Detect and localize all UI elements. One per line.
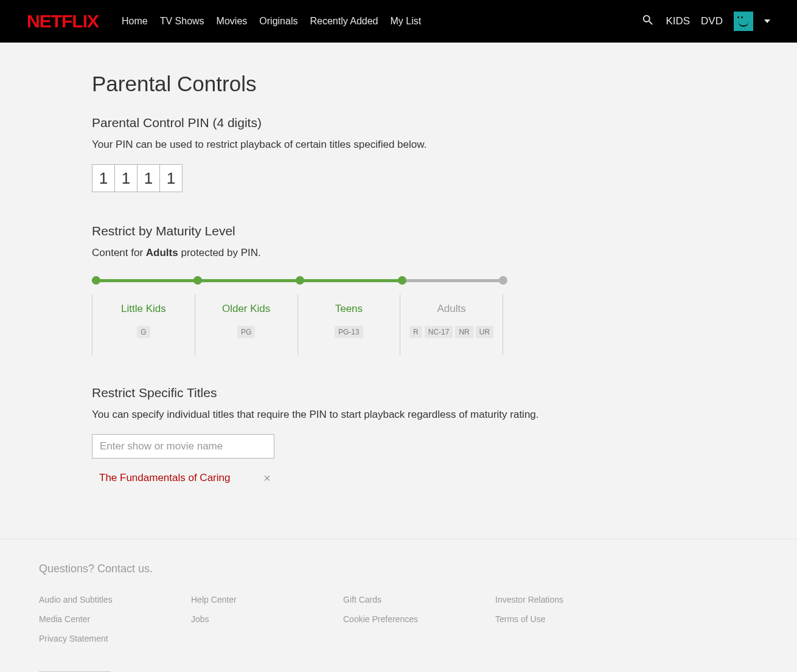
maturity-desc-bold: Adults	[146, 247, 178, 258]
rating-tag: R	[409, 326, 422, 338]
search-icon[interactable]	[641, 13, 655, 29]
maturity-desc-prefix: Content for	[92, 247, 146, 258]
pin-heading: Parental Control PIN (4 digits)	[92, 116, 705, 130]
profile-caret-icon[interactable]	[764, 19, 770, 23]
restricted-title-name: The Fundamentals of Caring	[99, 472, 230, 484]
slider-track-active	[92, 279, 402, 282]
header: NETFLIX Home TV Shows Movies Originals R…	[0, 0, 797, 43]
nav-movies[interactable]: Movies	[217, 16, 248, 27]
remove-title-icon[interactable]: ×	[263, 472, 271, 484]
footer-links: Audio and Subtitles Help Center Gift Car…	[39, 595, 758, 643]
category-little-kids[interactable]: Little Kids G	[92, 294, 195, 355]
footer-link-jobs[interactable]: Jobs	[191, 614, 343, 624]
slider-node-older-kids[interactable]	[193, 276, 202, 285]
footer-link-gift-cards[interactable]: Gift Cards	[343, 595, 495, 604]
rating-tag: UR	[476, 326, 493, 338]
slider-node-adults[interactable]	[398, 276, 406, 285]
header-right: KIDS DVD	[641, 12, 770, 31]
ratings: G	[96, 326, 191, 338]
rating-tag: NC-17	[425, 326, 453, 338]
nav-home[interactable]: Home	[122, 16, 148, 27]
maturity-categories: Little Kids G Older Kids PG Teens PG-13 …	[92, 294, 503, 355]
titles-heading: Restrict Specific Titles	[92, 386, 705, 400]
nav-tv-shows[interactable]: TV Shows	[160, 16, 204, 27]
category-label: Adults	[404, 303, 499, 315]
nav-my-list[interactable]: My List	[391, 16, 422, 27]
pin-input-group: 1 1 1 1	[92, 164, 705, 192]
footer-link-investor[interactable]: Investor Relations	[495, 595, 647, 604]
slider-node-teens[interactable]	[296, 276, 304, 285]
rating-tag: NR	[455, 326, 473, 338]
restricted-title-row: The Fundamentals of Caring ×	[92, 472, 274, 484]
profile-avatar[interactable]	[734, 12, 753, 31]
rating-tag: PG	[237, 326, 255, 338]
category-label: Older Kids	[199, 303, 294, 315]
ratings: PG	[199, 326, 294, 338]
maturity-description: Content for Adults protected by PIN.	[92, 247, 705, 259]
maturity-heading: Restrict by Maturity Level	[92, 224, 705, 238]
footer-link-terms[interactable]: Terms of Use	[495, 614, 647, 624]
dvd-link[interactable]: DVD	[701, 15, 723, 27]
category-teens[interactable]: Teens PG-13	[298, 294, 400, 355]
nav-recently-added[interactable]: Recently Added	[310, 16, 378, 27]
kids-link[interactable]: KIDS	[666, 15, 690, 27]
pin-digit-2[interactable]: 1	[114, 164, 137, 192]
category-adults[interactable]: Adults R NC-17 NR UR	[400, 294, 503, 355]
nav-originals[interactable]: Originals	[259, 16, 298, 27]
category-older-kids[interactable]: Older Kids PG	[195, 294, 298, 355]
slider-node-end[interactable]	[499, 276, 507, 285]
pin-description: Your PIN can be used to restrict playbac…	[92, 139, 705, 151]
footer-link-cookie[interactable]: Cookie Preferences	[343, 614, 495, 624]
pin-digit-1[interactable]: 1	[92, 164, 115, 192]
footer-link-media-center[interactable]: Media Center	[39, 614, 191, 624]
category-label: Teens	[302, 303, 397, 315]
pin-digit-4[interactable]: 1	[159, 164, 183, 192]
footer-link-privacy[interactable]: Privacy Statement	[39, 634, 191, 643]
netflix-logo[interactable]: NETFLIX	[27, 11, 99, 32]
footer: Questions? Contact us. Audio and Subtitl…	[0, 539, 797, 672]
footer-link-help-center[interactable]: Help Center	[191, 595, 343, 604]
maturity-desc-suffix: protected by PIN.	[178, 247, 261, 258]
slider-node-little-kids[interactable]	[92, 276, 100, 285]
ratings: R NC-17 NR UR	[404, 326, 499, 338]
pin-digit-3[interactable]: 1	[137, 164, 160, 192]
maturity-slider[interactable]	[92, 276, 503, 285]
rating-tag: PG-13	[335, 326, 363, 338]
titles-description: You can specify individual titles that r…	[92, 409, 705, 421]
rating-tag: G	[137, 326, 150, 338]
title-search-input[interactable]	[92, 434, 274, 459]
primary-nav: Home TV Shows Movies Originals Recently …	[122, 16, 421, 27]
page-title: Parental Controls	[92, 72, 705, 96]
ratings: PG-13	[302, 326, 397, 338]
main-content: Parental Controls Parental Control PIN (…	[92, 43, 705, 539]
footer-question[interactable]: Questions? Contact us.	[39, 563, 758, 575]
category-label: Little Kids	[96, 303, 191, 315]
footer-link-audio-subtitles[interactable]: Audio and Subtitles	[39, 595, 191, 604]
